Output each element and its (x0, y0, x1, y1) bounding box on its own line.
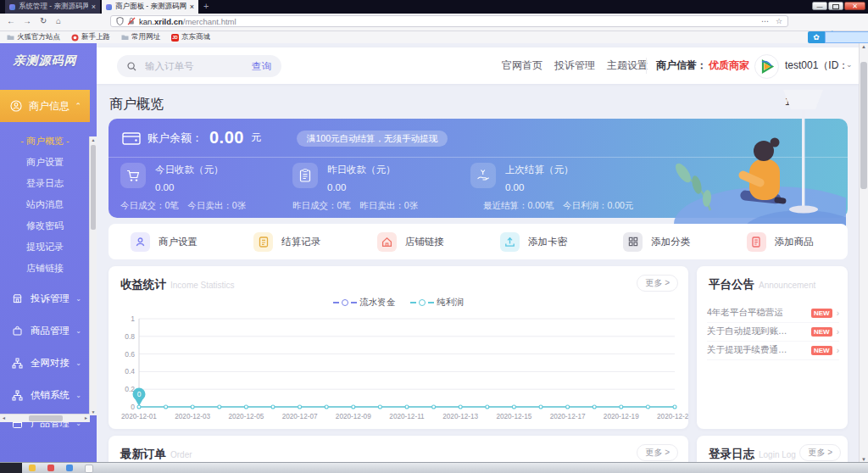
bookmark-star-icon[interactable]: ☆ (776, 17, 782, 25)
svg-text:0.6: 0.6 (125, 350, 135, 359)
chevron-down-icon[interactable] (846, 47, 853, 84)
quick-settle-records[interactable]: 结算记录 (231, 232, 354, 252)
bag-icon (12, 326, 23, 337)
windows-taskbar[interactable] (0, 462, 868, 473)
legend-item-flow[interactable]: 流水资金 (333, 297, 395, 309)
stat-foot-yesterday: 昨日成交：0笔 昨日卖出：0张 (292, 200, 418, 212)
chevron-right-icon: › (837, 346, 839, 355)
page-actions-icon[interactable]: ⋯ (761, 17, 769, 25)
cart-icon (120, 163, 146, 188)
sidebar-menu-products[interactable]: 商品管理 (0, 320, 90, 342)
sitemap-icon (12, 390, 23, 401)
bookmark-item[interactable]: 新手上路 (71, 32, 110, 42)
browser-tab-active[interactable]: 商户面板 - 亲测源码网 www.q × (102, 0, 198, 14)
new-tab-button[interactable]: + (203, 1, 209, 11)
sidebar-menu-network[interactable]: 全网对接 (0, 352, 90, 374)
folder-icon (121, 34, 129, 41)
browser-titlebar: 系统管理 - 亲测源码网 www.q × 商户面板 - 亲测源码网 www.q … (0, 0, 868, 14)
quick-merchant-settings[interactable]: 商户设置 (108, 232, 231, 252)
reload-icon[interactable]: ↻ (40, 16, 47, 25)
quick-shop-link[interactable]: 店铺链接 (355, 232, 478, 252)
chevron-up-icon (75, 102, 81, 110)
order-search-box[interactable]: 查询 (117, 55, 281, 77)
chevron-down-icon (75, 327, 81, 335)
avatar[interactable] (754, 54, 779, 79)
sidebar-item-withdraw[interactable]: 提现记录 (0, 236, 90, 258)
chevron-right-icon: › (837, 309, 839, 318)
tab-favicon (106, 4, 112, 10)
sidebar-item-overview[interactable]: - 商户概览 - (0, 131, 90, 152)
quick-add-category[interactable]: 添加分类 (601, 232, 724, 252)
window-minimize-button[interactable]: — (812, 2, 827, 10)
sidebar-item-settings[interactable]: 商户设置 (0, 152, 90, 173)
back-icon[interactable]: ← (7, 16, 15, 25)
home-icon[interactable]: ⌂ (56, 16, 61, 25)
login-log-card: 登录日志Login Log 更多 > (697, 436, 848, 463)
svg-text:2020-12-03: 2020-12-03 (175, 413, 210, 420)
search-input[interactable] (143, 60, 240, 72)
sidebar-item-password[interactable]: 修改密码 (0, 215, 90, 236)
nav-theme-link[interactable]: 主题设置 (607, 47, 648, 84)
folder-icon (7, 34, 14, 41)
extension-input[interactable] (825, 31, 868, 43)
sitemap-icon (12, 358, 23, 369)
divider (646, 58, 647, 74)
chevron-down-icon (75, 295, 81, 303)
sidebar-item-login-log[interactable]: 登录日志 (0, 173, 90, 194)
hand-coin-icon (470, 163, 496, 188)
login-log-more-button[interactable]: 更多 > (799, 444, 841, 461)
balance-card: 账户余额： 0.00 元 满100元自动结算，无须手动提现 今日收款（元）0.0… (108, 119, 848, 218)
taskbar-icon[interactable] (66, 465, 73, 471)
sidebar-item-messages[interactable]: 站内消息 (0, 194, 90, 215)
browser-navbar: ← → ↻ ⌂ kan.xrild.cn/merchant.html ⋯ ☆ ↶… (0, 14, 868, 31)
forward-icon[interactable]: → (23, 16, 31, 25)
announcement-item[interactable]: 关于自动提现到账时间通知必看 NEW › (707, 322, 839, 342)
balance-unit: 元 (251, 131, 261, 145)
announcement-item[interactable]: 4年老平台平稳营运 NEW › (707, 303, 839, 323)
taskbar-icon[interactable] (29, 465, 36, 471)
page-scrollbar[interactable]: ▲ ▼ (859, 43, 868, 463)
balance-label: 账户余额： (147, 131, 203, 146)
svg-text:0: 0 (131, 403, 135, 411)
sidebar-menu-merchant-info[interactable]: 商户信息 (0, 90, 90, 122)
sidebar-menu-complaints[interactable]: 投诉管理 (0, 287, 90, 309)
quick-add-card-key[interactable]: 添加卡密 (478, 232, 601, 252)
stat-yesterday-income: 昨日收款（元）0.00 (292, 163, 396, 192)
tab-title: 商户面板 - 亲测源码网 www.q (115, 2, 186, 12)
orders-more-button[interactable]: 更多 > (637, 444, 678, 461)
stat-last-settlement: 上次结算（元）0.00 (470, 163, 574, 192)
url-bar[interactable]: kan.xrild.cn/merchant.html ⋯ ☆ (110, 15, 788, 27)
quick-add-product[interactable]: 添加商品 (725, 232, 848, 252)
legend-item-profit[interactable]: 纯利润 (410, 297, 464, 309)
sidebar-horizontal-scrollbar[interactable]: ◄ ► (0, 414, 90, 422)
window-maximize-button[interactable] (828, 2, 843, 10)
window-close-button[interactable]: ✕ (844, 2, 865, 10)
sidebar-vertical-scrollbar[interactable]: ▲ ▼ (89, 136, 97, 415)
reputation-label: 商户信誉： (656, 47, 707, 84)
svg-text:0: 0 (137, 390, 142, 398)
tab-close-icon[interactable]: × (190, 3, 194, 11)
tab-favicon (9, 4, 15, 10)
income-more-button[interactable]: 更多 > (637, 275, 678, 292)
nav-home-link[interactable]: 官网首页 (502, 47, 542, 84)
document-icon (253, 232, 273, 252)
taskbar-icon[interactable] (47, 465, 54, 471)
tab-close-icon[interactable]: × (92, 3, 96, 11)
new-badge: NEW (811, 327, 832, 337)
shield-icon[interactable] (116, 17, 124, 25)
browser-tab-inactive[interactable]: 系统管理 - 亲测源码网 www.q × (5, 0, 100, 14)
sidebar-menu-supply[interactable]: 供销系统 (0, 384, 90, 406)
bookmark-item[interactable]: 火狐官方站点 (7, 32, 60, 42)
svg-text:2020-12-09: 2020-12-09 (336, 413, 371, 420)
bookmark-item[interactable]: 常用网址 (121, 32, 160, 42)
chart-legend: 流水资金 纯利润 (108, 297, 688, 309)
search-button[interactable]: 查询 (252, 60, 271, 73)
nav-complaints-link[interactable]: 投诉管理 (554, 47, 595, 84)
insecure-lock-icon[interactable] (127, 17, 136, 25)
announcement-item[interactable]: 关于提现手续费通知必看 NEW › (707, 341, 839, 360)
sidebar-item-shop-link[interactable]: 店铺链接 (0, 258, 90, 279)
wallet-icon (122, 131, 141, 146)
bookmark-item[interactable]: JD 京东商城 (171, 32, 210, 42)
extension-icon[interactable]: ✿ (808, 31, 825, 43)
taskbar-icon[interactable] (85, 465, 93, 473)
